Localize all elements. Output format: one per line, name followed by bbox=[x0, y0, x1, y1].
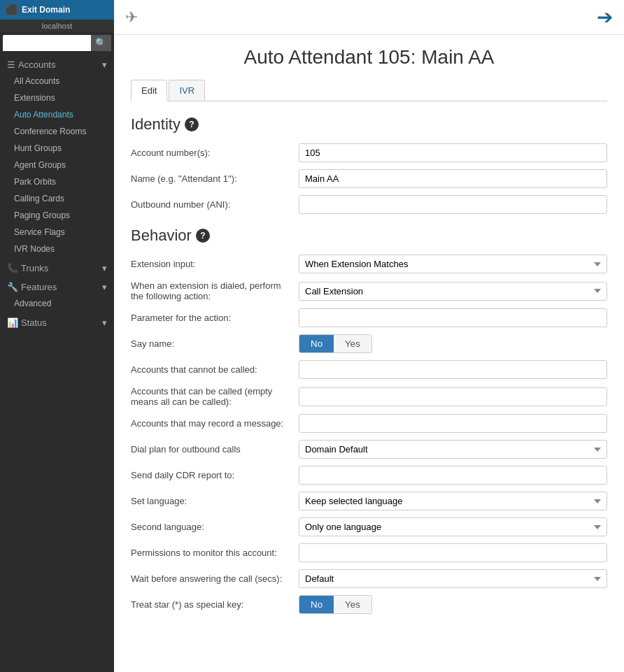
page-title: Auto Attendant 105: Main AA bbox=[131, 46, 607, 69]
phone-icon: 📞 bbox=[7, 263, 18, 273]
sidebar-item-agent-groups[interactable]: Agent Groups bbox=[0, 157, 114, 173]
extension-input-label: Extension input: bbox=[131, 259, 299, 269]
extension-input-row: Extension input: When Extension Matches … bbox=[131, 255, 607, 273]
features-group-header[interactable]: 🔧 Features ▾ bbox=[0, 276, 114, 295]
daily-cdr-row: Send daily CDR report to: bbox=[131, 466, 607, 485]
tab-ivr[interactable]: IVR bbox=[169, 80, 205, 101]
extension-input-select[interactable]: When Extension Matches Collect Digits bbox=[299, 255, 607, 273]
main-content: ✈ ➔ Auto Attendant 105: Main AA Edit IVR… bbox=[114, 0, 624, 672]
outbound-label: Outbound number (ANI): bbox=[131, 199, 299, 210]
chevron-down-icon: ▾ bbox=[102, 59, 107, 70]
sidebar-item-conference-rooms[interactable]: Conference Rooms bbox=[0, 123, 114, 140]
treat-star-row: Treat star (*) as special key: No Yes bbox=[131, 595, 607, 614]
features-items: Advanced bbox=[0, 295, 114, 312]
behavior-section-title: Behavior ? bbox=[131, 227, 607, 245]
wait-row: Wait before answering the call (secs): D… bbox=[131, 569, 607, 588]
may-record-input[interactable] bbox=[299, 414, 607, 433]
trunks-group-header[interactable]: 📞 Trunks ▾ bbox=[0, 257, 114, 276]
parameter-input[interactable] bbox=[299, 308, 607, 327]
parameter-label: Parameter for the action: bbox=[131, 313, 299, 323]
daily-cdr-label: Send daily CDR report to: bbox=[131, 470, 299, 480]
dial-plan-row: Dial plan for outbound calls Domain Defa… bbox=[131, 440, 607, 459]
sidebar-header: ⬛ Exit Domain bbox=[0, 0, 114, 20]
treat-star-yes-button[interactable]: Yes bbox=[334, 596, 371, 613]
chevron-down-icon-status: ▾ bbox=[102, 317, 107, 328]
permissions-label: Permissions to monitor this account: bbox=[131, 548, 299, 558]
topbar: ✈ ➔ bbox=[114, 0, 624, 35]
bar-chart-icon: 📊 bbox=[7, 317, 18, 328]
chevron-down-icon-features: ▾ bbox=[102, 282, 107, 292]
set-language-select[interactable]: Keep selected language bbox=[299, 492, 607, 510]
set-language-label: Set language: bbox=[131, 496, 299, 506]
treat-star-label: Treat star (*) as special key: bbox=[131, 599, 299, 610]
content-area: Auto Attendant 105: Main AA Edit IVR Ide… bbox=[114, 35, 624, 632]
daily-cdr-input[interactable] bbox=[299, 466, 607, 485]
name-label: Name (e.g. "Attendant 1"): bbox=[131, 173, 299, 184]
treat-star-toggle: No Yes bbox=[299, 595, 372, 614]
sidebar-item-service-flags[interactable]: Service Flags bbox=[0, 224, 114, 241]
second-language-select[interactable]: Only one language bbox=[299, 517, 607, 536]
wait-select[interactable]: Default bbox=[299, 569, 607, 588]
permissions-row: Permissions to monitor this account: bbox=[131, 543, 607, 562]
parameter-row: Parameter for the action: bbox=[131, 308, 607, 327]
treat-star-no-button[interactable]: No bbox=[299, 596, 334, 613]
can-be-called-input[interactable] bbox=[299, 387, 607, 406]
behavior-help-icon[interactable]: ? bbox=[196, 229, 210, 243]
permissions-input[interactable] bbox=[299, 543, 607, 562]
sidebar-search-container: 🔍 bbox=[3, 35, 111, 51]
name-input[interactable] bbox=[299, 169, 607, 188]
action-select[interactable]: Call Extension Transfer bbox=[299, 282, 607, 301]
sidebar-item-ivr-nodes[interactable]: IVR Nodes bbox=[0, 241, 114, 257]
second-language-row: Second language: Only one language bbox=[131, 517, 607, 536]
second-language-label: Second language: bbox=[131, 522, 299, 532]
search-input[interactable] bbox=[3, 36, 91, 51]
outbound-input[interactable] bbox=[299, 195, 607, 214]
set-language-row: Set language: Keep selected language bbox=[131, 492, 607, 510]
account-number-row: Account number(s): bbox=[131, 143, 607, 162]
accounts-group-header[interactable]: ☰ Accounts ▾ bbox=[0, 54, 114, 73]
can-be-called-label: Accounts that can be called (empty means… bbox=[131, 386, 299, 407]
sidebar-item-hunt-groups[interactable]: Hunt Groups bbox=[0, 140, 114, 157]
can-be-called-row: Accounts that can be called (empty means… bbox=[131, 386, 607, 407]
wrench-icon: 🔧 bbox=[7, 282, 18, 292]
sidebar-item-extensions[interactable]: Extensions bbox=[0, 90, 114, 106]
dial-plan-label: Dial plan for outbound calls bbox=[131, 444, 299, 455]
sidebar-item-advanced[interactable]: Advanced bbox=[0, 295, 114, 312]
dial-plan-select[interactable]: Domain Default bbox=[299, 440, 607, 459]
chevron-down-icon-trunks: ▾ bbox=[102, 263, 107, 273]
outbound-row: Outbound number (ANI): bbox=[131, 195, 607, 214]
sidebar-item-park-orbits[interactable]: Park Orbits bbox=[0, 173, 114, 190]
action-label: When an extension is dialed, perform the… bbox=[131, 280, 299, 301]
name-row: Name (e.g. "Attendant 1"): bbox=[131, 169, 607, 188]
status-group-header[interactable]: 📊 Status ▾ bbox=[0, 312, 114, 331]
action-row: When an extension is dialed, perform the… bbox=[131, 280, 607, 301]
accounts-items: All Accounts Extensions Auto Attendants … bbox=[0, 73, 114, 257]
exit-domain-icon: ⬛ bbox=[6, 4, 17, 15]
exit-domain-button[interactable]: Exit Domain bbox=[22, 5, 70, 15]
say-name-label: Say name: bbox=[131, 338, 299, 349]
sidebar-item-auto-attendants[interactable]: Auto Attendants bbox=[0, 106, 114, 123]
wait-label: Wait before answering the call (secs): bbox=[131, 573, 299, 584]
tabs-container: Edit IVR bbox=[131, 80, 607, 101]
account-number-input[interactable] bbox=[299, 143, 607, 162]
sidebar-item-all-accounts[interactable]: All Accounts bbox=[0, 73, 114, 90]
sidebar-item-calling-cards[interactable]: Calling Cards bbox=[0, 190, 114, 207]
say-name-no-button[interactable]: No bbox=[299, 335, 334, 352]
search-button[interactable]: 🔍 bbox=[91, 35, 111, 51]
say-name-toggle: No Yes bbox=[299, 334, 372, 353]
cannot-be-called-row: Accounts that cannot be called: bbox=[131, 360, 607, 379]
account-number-label: Account number(s): bbox=[131, 148, 299, 158]
logout-icon[interactable]: ➔ bbox=[597, 6, 613, 29]
sidebar-domain: localhost bbox=[0, 20, 114, 32]
sidebar-item-paging-groups[interactable]: Paging Groups bbox=[0, 207, 114, 224]
menu-icon: ☰ bbox=[7, 59, 15, 70]
tab-edit[interactable]: Edit bbox=[131, 80, 167, 101]
say-name-yes-button[interactable]: Yes bbox=[334, 335, 371, 352]
sidebar: ⬛ Exit Domain localhost 🔍 ☰ Accounts ▾ A… bbox=[0, 0, 114, 672]
say-name-row: Say name: No Yes bbox=[131, 334, 607, 353]
cannot-be-called-input[interactable] bbox=[299, 360, 607, 379]
may-record-label: Accounts that may record a message: bbox=[131, 418, 299, 429]
identity-section-title: Identity ? bbox=[131, 115, 607, 134]
identity-help-icon[interactable]: ? bbox=[185, 117, 199, 131]
cannot-be-called-label: Accounts that cannot be called: bbox=[131, 364, 299, 375]
